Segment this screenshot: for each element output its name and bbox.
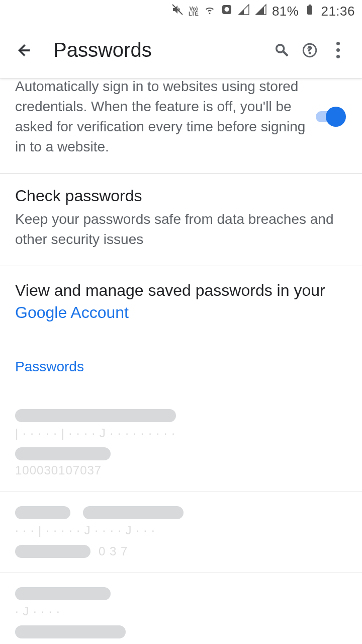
- passwords-category-label: Passwords: [0, 344, 362, 395]
- search-button[interactable]: [267, 36, 296, 64]
- app-bar: Passwords: [0, 22, 362, 78]
- battery-icon: [304, 4, 316, 19]
- app-badge-icon: [221, 4, 233, 19]
- auto-signin-setting[interactable]: Automatically sign in to websites using …: [0, 78, 362, 174]
- battery-percent: 81%: [272, 4, 299, 19]
- status-bar: Vo)LTE 81% 21:36: [0, 0, 362, 22]
- search-icon: [273, 42, 290, 59]
- password-list: | · · · · · | · · · · J · · · · · · · · …: [0, 395, 362, 644]
- manage-in-account[interactable]: View and manage saved passwords in your …: [0, 266, 362, 344]
- help-icon: [301, 42, 318, 59]
- password-item[interactable]: · J · · · ·: [0, 573, 362, 644]
- google-account-link[interactable]: Google Account: [15, 303, 129, 321]
- page-title: Passwords: [53, 39, 267, 61]
- signal-2-icon: [255, 4, 267, 19]
- check-passwords-subtitle: Keep your passwords safe from data breac…: [15, 209, 347, 250]
- help-button[interactable]: [296, 36, 324, 64]
- volte-icon: Vo)LTE: [189, 6, 199, 16]
- auto-signin-description: Automatically sign in to websites using …: [15, 78, 306, 157]
- manage-prefix: View and manage saved passwords in your: [15, 281, 325, 299]
- check-passwords-title: Check passwords: [15, 187, 347, 205]
- arrow-left-icon: [16, 42, 33, 59]
- back-button[interactable]: [10, 36, 38, 64]
- check-passwords-item[interactable]: Check passwords Keep your passwords safe…: [0, 174, 362, 266]
- mute-icon: [171, 4, 184, 19]
- wifi-icon: [204, 4, 216, 19]
- auto-signin-toggle[interactable]: [316, 111, 344, 122]
- signal-1-icon: [238, 4, 250, 19]
- password-item[interactable]: · · · | · · · · · J · · · · J · · · 0 3 …: [0, 492, 362, 573]
- password-item[interactable]: | · · · · · | · · · · J · · · · · · · · …: [0, 395, 362, 492]
- overflow-menu-button[interactable]: [324, 36, 352, 64]
- content-scroll[interactable]: Automatically sign in to websites using …: [0, 78, 362, 644]
- clock: 21:36: [321, 4, 355, 19]
- more-vert-icon: [336, 42, 340, 58]
